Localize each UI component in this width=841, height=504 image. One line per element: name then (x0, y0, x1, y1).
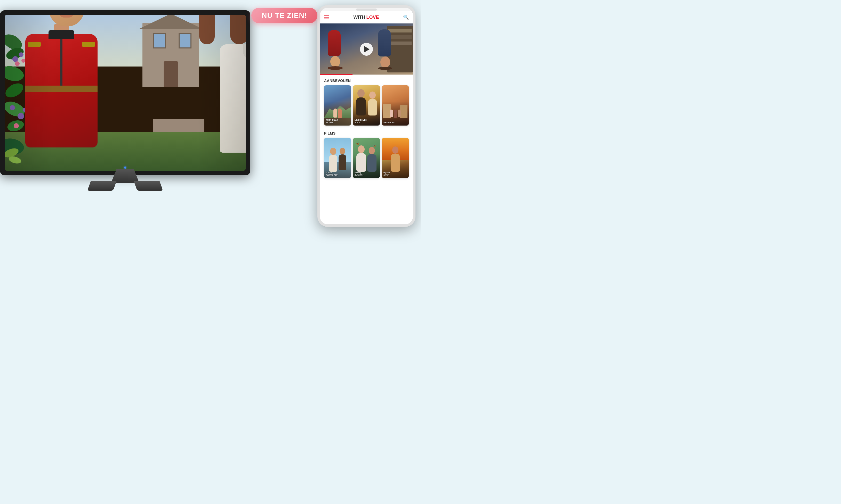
hamburger-menu-icon[interactable] (324, 16, 329, 19)
when-hope-scene (382, 100, 409, 118)
main-scene: NU TE ZIEN! WITHLOVE 🔍 (0, 0, 420, 252)
phone-container: WITHLOVE 🔍 (317, 5, 415, 237)
phone-notch (320, 8, 413, 11)
video-man-figure (378, 30, 392, 70)
recommended-section: AANBEVOLEN WHEN CALLSthe (320, 75, 413, 128)
love-comes-text: LOVE COMESSOFTLY (355, 119, 378, 124)
scene-window (153, 33, 166, 49)
tv-led (124, 166, 126, 168)
tv-screen (5, 15, 246, 171)
phone-video-preview[interactable] (320, 23, 413, 75)
play-button[interactable] (360, 43, 373, 56)
movie-card-feeling-butterflies[interactable]: 🦋 🦋 FeelingButterflies (353, 138, 380, 178)
scene-door (164, 61, 178, 87)
movie-card-my-one[interactable]: My One& Only (382, 138, 409, 178)
movie-card-it-was-always[interactable]: IT WASALWAYS YOU (324, 138, 351, 178)
movie-card-love-comes[interactable]: LOVE COMESSOFTLY (353, 85, 380, 126)
my-one-person (391, 146, 400, 172)
movie-card-when-calls[interactable]: WHEN CALLSthe Heart (324, 85, 351, 126)
butterfly-deco: 🦋 (356, 142, 359, 145)
withlove-logo: WITHLOVE (354, 15, 379, 20)
when-calls-text: WHEN CALLSthe Heart (326, 119, 349, 124)
video-woman-figure (328, 30, 343, 70)
movie-card-when-hope[interactable]: WHEN HOPE (382, 85, 409, 126)
love-comes-people (353, 89, 380, 115)
search-icon[interactable]: 🔍 (403, 15, 409, 20)
phone-screen: WITHLOVE 🔍 (320, 11, 413, 227)
tv-body (0, 10, 250, 175)
films-section: FILMS (320, 128, 413, 180)
butterflies-couple (353, 145, 380, 172)
nu-te-zien-badge: NU TE ZIEN! (251, 8, 317, 23)
it-was-couple (324, 148, 351, 172)
tv-stand-base (84, 179, 167, 191)
it-was-text: IT WASALWAYS YOU (326, 172, 349, 176)
video-progress-bar (320, 74, 413, 75)
butterflies-text: FeelingButterflies (355, 172, 378, 176)
films-title: FILMS (324, 131, 409, 136)
scene-cabin (142, 23, 199, 87)
aanbevolen-title: AANBEVOLEN (324, 79, 409, 83)
phone-body: WITHLOVE 🔍 (317, 5, 415, 227)
play-triangle-icon (364, 46, 370, 52)
phone-header: WITHLOVE 🔍 (320, 11, 413, 23)
video-progress-fill (320, 74, 353, 75)
scene-window2 (178, 33, 191, 49)
films-grid: IT WASALWAYS YOU (324, 138, 409, 178)
recommended-grid: WHEN CALLSthe Heart (324, 85, 409, 126)
butterfly-deco2: 🦋 (373, 144, 376, 147)
my-one-text: My One& Only (383, 172, 407, 176)
tv-container (0, 10, 250, 191)
when-hope-text: WHEN HOPE (383, 122, 407, 124)
couple-silhouette (333, 109, 342, 118)
